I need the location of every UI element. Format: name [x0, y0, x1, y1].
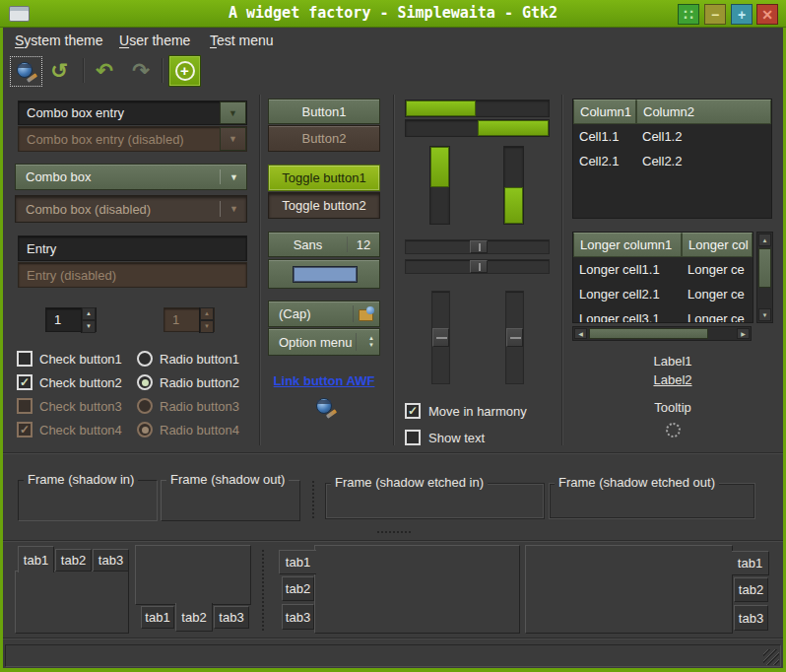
menu-test-menu[interactable]: Test menu — [207, 31, 277, 52]
scale-handle[interactable] — [506, 328, 523, 347]
button2-label: Button2 — [302, 131, 347, 146]
notebook-left-tab2[interactable]: tab2 — [282, 576, 314, 601]
scroll-right-button[interactable]: ▶ — [737, 328, 750, 339]
menu-user-theme[interactable]: User theme — [116, 31, 193, 52]
scale-handle[interactable] — [432, 328, 449, 347]
toolbar-separator — [162, 58, 164, 83]
tab-label: tab3 — [98, 553, 123, 568]
undo-icon[interactable]: ↶ — [90, 57, 119, 85]
treeview-2[interactable]: Longer column1 Longer col Longer cell1.1… — [572, 232, 753, 323]
combo-box-entry[interactable]: Combo box entry ▼ — [18, 101, 247, 125]
spin-button[interactable]: 1 ▲ ▼ — [45, 307, 97, 332]
font-button[interactable]: Sans 12 — [268, 232, 380, 257]
check-button-2[interactable]: ✓ — [17, 374, 33, 390]
chevron-down-icon: ▼ — [229, 108, 237, 118]
titlebar[interactable]: A widget factory - Simplewaita - Gtk2 ∷ … — [0, 0, 786, 28]
scrollbar-thumb[interactable] — [758, 248, 771, 288]
button2-disabled: Button2 — [268, 125, 380, 152]
scale-handle[interactable] — [470, 240, 488, 253]
notebook-top-tab1[interactable]: tab1 — [18, 546, 54, 572]
maximize-button[interactable]: + — [731, 4, 753, 25]
column-header[interactable]: Longer column1 — [573, 233, 682, 257]
treeview-1[interactable]: Column1 Column2 Cell1.1 Cell1.2 Cell2.1 … — [572, 99, 772, 219]
close-button[interactable]: ✕ — [756, 4, 778, 25]
spin-up-icon[interactable]: ▲ — [82, 307, 96, 320]
notebook-top-tab3[interactable]: tab3 — [93, 549, 129, 571]
combo-separator — [220, 169, 221, 184]
notebook-left-tab1[interactable]: tab1 — [279, 550, 316, 574]
add-button[interactable]: + — [168, 55, 201, 87]
spin-value: 1 — [46, 312, 81, 327]
tab-label: tab1 — [286, 555, 310, 570]
horizontal-scale-2[interactable] — [405, 259, 550, 274]
combo-box-entry-disabled-dropdown-button: ▼ — [220, 127, 246, 151]
vertical-scrollbar[interactable]: ▲ ▼ — [756, 232, 773, 323]
vertical-scale-2[interactable] — [505, 291, 524, 384]
tab-label: tab1 — [24, 553, 48, 568]
awf-band — [317, 400, 331, 404]
arrow-left-icon: ◀ — [578, 330, 583, 337]
window-pin-button[interactable]: ∷ — [678, 4, 699, 25]
notebook-bottom-tab3[interactable]: tab3 — [214, 606, 249, 629]
toggle-button2[interactable]: Toggle button2 — [268, 192, 380, 219]
spin-arrows[interactable]: ▲ ▼ — [81, 307, 96, 333]
table-cell: Cell2.2 — [636, 149, 771, 173]
minimize-icon: − — [711, 7, 719, 23]
table-row[interactable]: Cell1.1 Cell1.2 — [573, 124, 771, 149]
notebook-left-tab3[interactable]: tab3 — [282, 604, 314, 630]
handle-notch — [510, 337, 521, 339]
notebook-bottom-tab1[interactable]: tab1 — [141, 606, 174, 629]
column-header[interactable]: Longer col — [682, 233, 753, 257]
toggle-button2-label: Toggle button2 — [282, 198, 365, 213]
column-header[interactable]: Column2 — [636, 100, 771, 124]
toolbar-awf-button[interactable] — [10, 56, 42, 87]
scrollbar-thumb[interactable] — [589, 328, 708, 339]
table-row[interactable]: Longer cell1.1 Longer ce — [573, 257, 753, 282]
toggle-button1-label: Toggle button1 — [282, 170, 365, 185]
notebook-top-tab2[interactable]: tab2 — [55, 549, 92, 571]
scroll-down-button[interactable]: ▼ — [758, 308, 771, 321]
spin-disabled-value: 1 — [164, 312, 199, 327]
combo-box[interactable]: Combo box ▼ — [15, 164, 247, 190]
notebook-right-tab2[interactable]: tab2 — [734, 577, 768, 602]
horizontal-scrollbar[interactable]: ◀ ▶ — [572, 326, 752, 341]
menu-system-theme[interactable]: System theme — [12, 31, 105, 52]
option-menu-separator — [356, 333, 357, 351]
resize-grip[interactable] — [763, 649, 779, 665]
table-row[interactable]: Longer cell3.1 Longer ce — [573, 306, 753, 323]
refresh-icon[interactable]: ↺ — [44, 57, 74, 85]
dotted-separator-vertical — [262, 550, 264, 631]
scroll-left-button[interactable]: ◀ — [574, 328, 587, 339]
table-cell: Longer ce — [682, 257, 753, 282]
horizontal-scale-1[interactable] — [405, 239, 550, 254]
table-row[interactable]: Longer cell2.1 Longer ce — [573, 282, 753, 306]
check-button-1[interactable] — [17, 351, 33, 367]
radio-button-2[interactable] — [137, 374, 153, 390]
combo-box-entry-dropdown-button[interactable]: ▼ — [220, 101, 246, 124]
file-chooser-button[interactable]: (Cap) — [268, 301, 380, 327]
handle-notch — [479, 243, 481, 251]
toggle-button1[interactable]: Toggle button1 — [268, 165, 380, 191]
notebook-right-tab3[interactable]: tab3 — [734, 605, 768, 631]
file-chooser-separator — [353, 305, 354, 322]
button1[interactable]: Button1 — [268, 99, 380, 124]
column-header[interactable]: Column1 — [573, 100, 636, 124]
color-button[interactable] — [268, 259, 380, 289]
table-row[interactable]: Cell2.1 Cell2.2 — [573, 149, 771, 173]
column-separator — [561, 95, 563, 445]
scale-handle[interactable] — [470, 260, 488, 273]
move-in-harmony-checkbox[interactable]: ✓ — [405, 403, 421, 419]
notebook-right-body — [525, 545, 733, 634]
show-text-checkbox[interactable] — [405, 430, 421, 445]
radio-button-1[interactable] — [137, 351, 153, 367]
vertical-scale-1[interactable] — [431, 291, 450, 384]
notebook-right-tab1[interactable]: tab1 — [732, 551, 769, 575]
scroll-up-button[interactable]: ▲ — [758, 234, 771, 246]
minimize-button[interactable]: − — [704, 4, 726, 25]
notebook-bottom-tab2[interactable]: tab2 — [175, 603, 213, 632]
link-button[interactable]: Link button AWF — [268, 373, 380, 388]
option-menu[interactable]: Option menu ▲ ▼ — [268, 328, 380, 356]
spin-down-icon[interactable]: ▼ — [82, 320, 96, 333]
entry[interactable]: Entry — [18, 235, 247, 261]
redo-icon[interactable]: ↷ — [126, 57, 156, 85]
